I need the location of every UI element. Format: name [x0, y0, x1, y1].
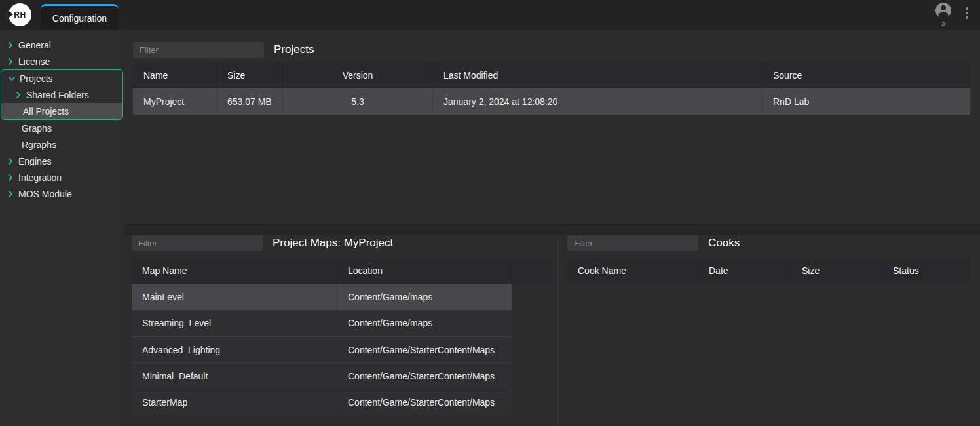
topbar-actions: a — [934, 3, 971, 27]
project-maps-toolbar: Project Maps: MyProject — [132, 235, 558, 251]
tree-item-label: Engines — [18, 156, 52, 166]
cell-map-location: Content/Game/maps — [337, 310, 512, 336]
navigation-tree: General License Projects Shared Folders … — [0, 30, 124, 426]
cell-map-location: Content/Game/StarterContent/Maps — [337, 389, 512, 415]
tab-configuration-label: Configuration — [52, 13, 107, 24]
kebab-menu-icon[interactable] — [963, 3, 971, 24]
map-row-startermap[interactable]: StarterMap Content/Game/StarterContent/M… — [132, 389, 512, 415]
projects-group-highlight: Projects Shared Folders All Projects — [1, 69, 123, 120]
cell-map-name: StarterMap — [132, 389, 337, 415]
chevron-down-icon — [7, 73, 16, 83]
cooks-toolbar: Cooks — [567, 235, 970, 251]
map-row-advanced-lighting[interactable]: Advanced_Lighting Content/Game/StarterCo… — [132, 336, 512, 362]
tree-item-label: MOS Module — [18, 189, 72, 199]
column-header-location[interactable]: Location — [337, 258, 512, 284]
cell-project-source: RnD Lab — [763, 88, 970, 115]
chevron-right-icon — [13, 90, 23, 100]
column-header-last-modified[interactable]: Last Modified — [433, 62, 763, 88]
projects-panel: Projects Name Size Version Last Modified… — [124, 30, 980, 223]
tree-item-all-projects[interactable]: All Projects — [1, 103, 122, 119]
column-header-version[interactable]: Version — [283, 62, 433, 88]
app-logo: RH — [9, 3, 31, 26]
tree-item-label: Rgraphs — [22, 140, 56, 150]
cell-project-name: MyProject — [133, 88, 217, 115]
project-maps-filter-input[interactable] — [132, 235, 263, 251]
column-header-source[interactable]: Source — [763, 62, 970, 88]
projects-toolbar: Projects — [133, 42, 970, 58]
project-maps-table-header: Map Name Location — [132, 258, 552, 284]
app-logo-text: RH — [14, 10, 26, 20]
projects-panel-title: Projects — [274, 43, 314, 56]
chevron-right-icon — [5, 189, 15, 199]
projects-table-header: Name Size Version Last Modified Source — [133, 62, 970, 88]
cell-project-size: 653.07 MB — [217, 88, 283, 115]
cooks-panel-title: Cooks — [708, 237, 740, 250]
tree-item-graphs[interactable]: Graphs — [0, 120, 124, 136]
projects-filter-input[interactable] — [133, 42, 264, 58]
tree-item-shared-folders[interactable]: Shared Folders — [1, 87, 122, 103]
bottom-section: Project Maps: MyProject Map Name Locatio… — [124, 223, 980, 426]
tree-item-license[interactable]: License — [0, 53, 124, 69]
user-avatar-icon — [935, 3, 951, 18]
project-maps-panel: Project Maps: MyProject Map Name Locatio… — [124, 235, 559, 426]
cooks-table-header: Cook Name Date Size Status — [567, 258, 970, 284]
tree-item-engines[interactable]: Engines — [0, 153, 124, 169]
chevron-right-icon — [5, 172, 15, 182]
user-avatar-label: a — [941, 20, 945, 27]
map-row-mainlevel[interactable]: MainLevel Content/Game/maps — [132, 284, 512, 310]
tree-item-label: Integration — [18, 172, 62, 183]
column-header-size[interactable]: Size — [791, 258, 882, 284]
cooks-panel: Cooks Cook Name Date Size Status — [559, 235, 980, 426]
tab-configuration[interactable]: Configuration — [41, 4, 119, 30]
cooks-filter-input[interactable] — [567, 235, 698, 251]
chevron-right-icon — [5, 40, 15, 50]
project-row-myproject[interactable]: MyProject 653.07 MB 5.3 January 2, 2024 … — [133, 88, 970, 115]
user-account-button[interactable]: a — [934, 3, 952, 27]
cell-map-name: Minimal_Default — [132, 363, 337, 389]
column-header-cook-name[interactable]: Cook Name — [567, 258, 698, 284]
tree-item-label: Graphs — [22, 123, 52, 134]
cell-map-name: Advanced_Lighting — [132, 337, 337, 362]
cell-map-name: Streaming_Level — [132, 310, 337, 336]
chevron-right-icon — [5, 56, 15, 66]
cell-map-location: Content/Game/StarterContent/Maps — [337, 363, 512, 389]
cell-map-name: MainLevel — [132, 284, 337, 310]
tree-item-projects[interactable]: Projects — [1, 70, 122, 87]
column-header-map-name[interactable]: Map Name — [132, 258, 337, 284]
cell-map-location: Content/Game/StarterContent/Maps — [337, 337, 512, 362]
tree-item-rgraphs[interactable]: Rgraphs — [0, 136, 124, 153]
column-header-name[interactable]: Name — [133, 62, 217, 88]
top-bar: RH Configuration a — [0, 0, 980, 30]
tree-item-integration[interactable]: Integration — [0, 169, 124, 185]
content-area: General License Projects Shared Folders … — [0, 30, 980, 426]
column-header-size[interactable]: Size — [217, 62, 283, 88]
chevron-right-icon — [5, 156, 15, 166]
map-row-minimal-default[interactable]: Minimal_Default Content/Game/StarterCont… — [132, 362, 512, 389]
map-row-streaming-level[interactable]: Streaming_Level Content/Game/maps — [132, 310, 512, 336]
cell-project-version: 5.3 — [283, 88, 433, 115]
cell-project-last-modified: January 2, 2024 at 12:08:20 — [433, 88, 763, 115]
tree-item-label: License — [18, 56, 50, 67]
column-header-date[interactable]: Date — [698, 258, 791, 284]
tree-item-label: General — [18, 40, 51, 50]
tree-item-label: Projects — [20, 73, 53, 84]
tree-item-mos-module[interactable]: MOS Module — [0, 185, 124, 202]
tree-item-label: All Projects — [23, 106, 69, 117]
tree-item-general[interactable]: General — [0, 37, 124, 53]
main-area: Projects Name Size Version Last Modified… — [124, 30, 980, 426]
tree-item-label: Shared Folders — [26, 90, 89, 100]
column-header-gutter — [512, 258, 552, 284]
cell-map-location: Content/Game/maps — [337, 284, 512, 310]
column-header-status[interactable]: Status — [882, 258, 970, 284]
project-maps-panel-title: Project Maps: MyProject — [273, 237, 393, 250]
